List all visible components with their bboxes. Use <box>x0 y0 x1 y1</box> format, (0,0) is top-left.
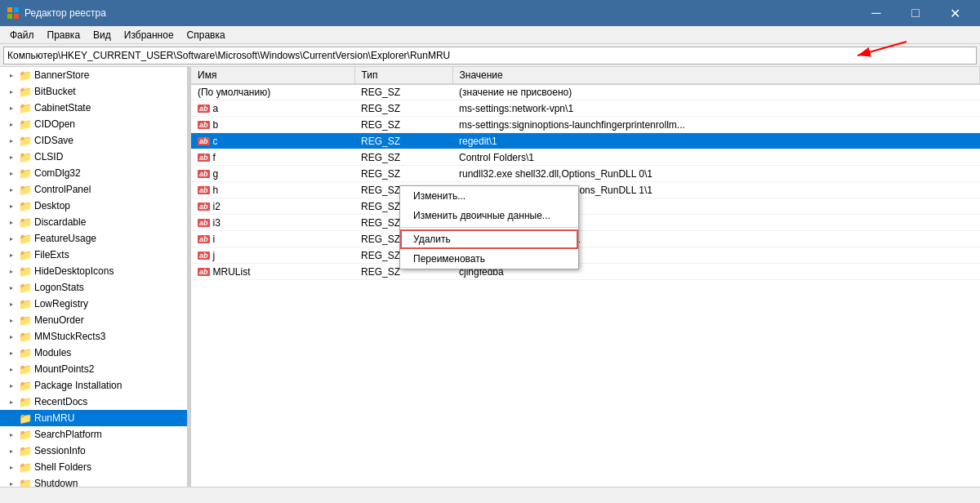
folder-icon: 📁 <box>19 265 32 278</box>
table-row[interactable]: abiREG_SZms-settings:installed-apps\1 <box>191 231 980 247</box>
reg-icon: abMRUList <box>198 266 251 278</box>
address-input[interactable] <box>3 47 977 65</box>
tree-item-shutdown[interactable]: ▸📁Shutdown <box>0 475 187 487</box>
tree-item-controlpanel[interactable]: ▸📁ControlPanel <box>0 181 187 198</box>
ab-icon: ab <box>198 170 210 178</box>
right-panel: Имя Тип Значение (По умолчанию)REG_SZ(зн… <box>191 67 980 487</box>
tree-label: CLSID <box>34 151 63 162</box>
tree-item-bannerstore[interactable]: ▸📁BannerStore <box>0 67 187 83</box>
app-title: Редактор реестра <box>24 7 106 19</box>
tree-item-featureusage[interactable]: ▸📁FeatureUsage <box>0 230 187 247</box>
tree-label: SearchPlatform <box>34 429 102 440</box>
minimize-button[interactable]: ─ <box>858 0 895 26</box>
tree-item-cabinetstate[interactable]: ▸📁CabinetState <box>0 100 187 116</box>
menu-file[interactable]: Файл <box>3 28 41 42</box>
expand-arrow-icon: ▸ <box>7 446 16 456</box>
folder-icon: 📁 <box>19 135 32 147</box>
reg-icon: abg <box>198 168 218 180</box>
main-content: ▸📁BannerStore▸📁BitBucket▸📁CabinetState▸📁… <box>0 67 980 487</box>
tree-item-hidedesktopicons[interactable]: ▸📁HideDesktopIcons <box>0 263 187 279</box>
table-row[interactable]: abbREG_SZms-settings:signinoptions-launc… <box>191 117 980 133</box>
tree-item-comdlg32[interactable]: ▸📁ComDlg32 <box>0 165 187 181</box>
tree-panel[interactable]: ▸📁BannerStore▸📁BitBucket▸📁CabinetState▸📁… <box>0 67 188 487</box>
folder-icon: 📁 <box>19 298 32 310</box>
cell-name: abc <box>191 133 354 149</box>
cell-value: ms-settings:network-vpn\1 <box>452 100 980 117</box>
table-row[interactable]: abfREG_SZControl Folders\1 <box>191 149 980 166</box>
table-row[interactable]: abi3REG_SZOptionalFeatures\1 <box>191 215 980 231</box>
folder-icon: 📁 <box>19 478 32 487</box>
table-row[interactable]: abcREG_SZregedit\1 <box>191 133 980 149</box>
table-row[interactable]: abhREG_SZrundll32.exe shell32.dll,Option… <box>191 182 980 198</box>
reg-icon: abb <box>198 119 218 131</box>
maximize-button[interactable]: □ <box>897 0 934 26</box>
context-menu-item-изменить...[interactable]: Изменить... <box>400 186 578 206</box>
folder-icon: 📁 <box>19 380 32 392</box>
cell-name: (По умолчанию) <box>191 84 354 100</box>
tree-label: FileExts <box>34 249 69 260</box>
menu-view[interactable]: Вид <box>87 28 118 42</box>
tree-item-bitbucket[interactable]: ▸📁BitBucket <box>0 83 187 100</box>
tree-label: BannerStore <box>34 69 89 81</box>
cell-name: abb <box>191 117 354 133</box>
ab-icon: ab <box>198 203 210 211</box>
status-bar <box>0 487 980 503</box>
menu-help[interactable]: Справка <box>180 28 232 42</box>
tree-item-menuorder[interactable]: ▸📁MenuOrder <box>0 312 187 328</box>
ab-icon: ab <box>198 219 210 227</box>
tree-item-fileexts[interactable]: ▸📁FileExts <box>0 247 187 263</box>
cell-type: REG_SZ <box>354 84 452 100</box>
expand-arrow-icon: ▸ <box>7 266 16 276</box>
tree-item-shell-folders[interactable]: ▸📁Shell Folders <box>0 459 187 475</box>
tree-item-discardable[interactable]: ▸📁Discardable <box>0 214 187 230</box>
cell-value: rundll32.exe shell32.dll,Options_RunDLL … <box>452 166 980 182</box>
tree-label: Package Installation <box>34 380 122 391</box>
folder-icon: 📁 <box>19 249 32 261</box>
title-bar-left: Редактор реестра <box>7 7 106 20</box>
reg-icon: abi <box>198 234 215 245</box>
table-row[interactable]: abMRUListREG_SZcjihgfedba <box>191 264 980 280</box>
tree-item-recentdocs[interactable]: ▸📁RecentDocs <box>0 394 187 410</box>
table-row[interactable]: abgREG_SZrundll32.exe shell32.dll,Option… <box>191 166 980 182</box>
tree-item-searchplatform[interactable]: ▸📁SearchPlatform <box>0 426 187 443</box>
cell-name: abh <box>191 182 354 198</box>
folder-icon: 📁 <box>19 118 32 131</box>
expand-arrow-icon: ▸ <box>7 103 16 113</box>
context-menu-item-удалить[interactable]: Удалить <box>400 229 578 249</box>
tree-item-cidopen[interactable]: ▸📁CIDOpen <box>0 116 187 132</box>
tree-item-mmstuckrects3[interactable]: ▸📁MMStuckRects3 <box>0 328 187 345</box>
tree-item-runmru[interactable]: ▾📁RunMRU <box>0 410 187 426</box>
close-button[interactable]: ✕ <box>936 0 973 26</box>
menu-edit[interactable]: Правка <box>41 28 87 42</box>
tree-label: ControlPanel <box>34 184 91 195</box>
tree-item-package-installation[interactable]: ▸📁Package Installation <box>0 377 187 394</box>
tree-item-lowregistry[interactable]: ▸📁LowRegistry <box>0 296 187 312</box>
context-menu-separator <box>400 227 578 228</box>
table-row[interactable]: (По умолчанию)REG_SZ(значение не присвое… <box>191 84 980 100</box>
menu-favorites[interactable]: Избранное <box>118 28 180 42</box>
folder-icon: 📁 <box>19 200 32 212</box>
folder-icon: 📁 <box>19 86 32 98</box>
folder-icon: 📁 <box>19 216 32 229</box>
col-name: Имя <box>191 67 354 84</box>
table-row[interactable]: abjREG_SZ..\1 <box>191 247 980 264</box>
reg-icon: abc <box>198 136 218 147</box>
tree-item-sessioninfo[interactable]: ▸📁SessionInfo <box>0 443 187 459</box>
expand-arrow-icon: ▸ <box>7 332 16 341</box>
tree-item-desktop[interactable]: ▸📁Desktop <box>0 198 187 214</box>
context-menu-item-переименовать[interactable]: Переименовать <box>400 249 578 269</box>
tree-item-logonstats[interactable]: ▸📁LogonStats <box>0 279 187 296</box>
context-menu-item-изменить-двоичные-данные...[interactable]: Изменить двоичные данные... <box>400 206 578 225</box>
tree-label: Shell Folders <box>34 461 91 473</box>
expand-arrow-icon: ▾ <box>7 413 16 423</box>
table-row[interactable]: abi2REG_SZvirtmgmt.msc\1 <box>191 198 980 215</box>
tree-item-mountpoints2[interactable]: ▸📁MountPoints2 <box>0 361 187 377</box>
folder-icon: 📁 <box>19 363 32 376</box>
tree-label: CabinetState <box>34 102 91 114</box>
table-row[interactable]: abaREG_SZms-settings:network-vpn\1 <box>191 100 980 117</box>
folder-icon: 📁 <box>19 347 32 359</box>
tree-item-cidsave[interactable]: ▸📁CIDSave <box>0 132 187 149</box>
tree-item-clsid[interactable]: ▸📁CLSID <box>0 149 187 165</box>
folder-icon: 📁 <box>19 429 32 441</box>
tree-item-modules[interactable]: ▸📁Modules <box>0 345 187 361</box>
